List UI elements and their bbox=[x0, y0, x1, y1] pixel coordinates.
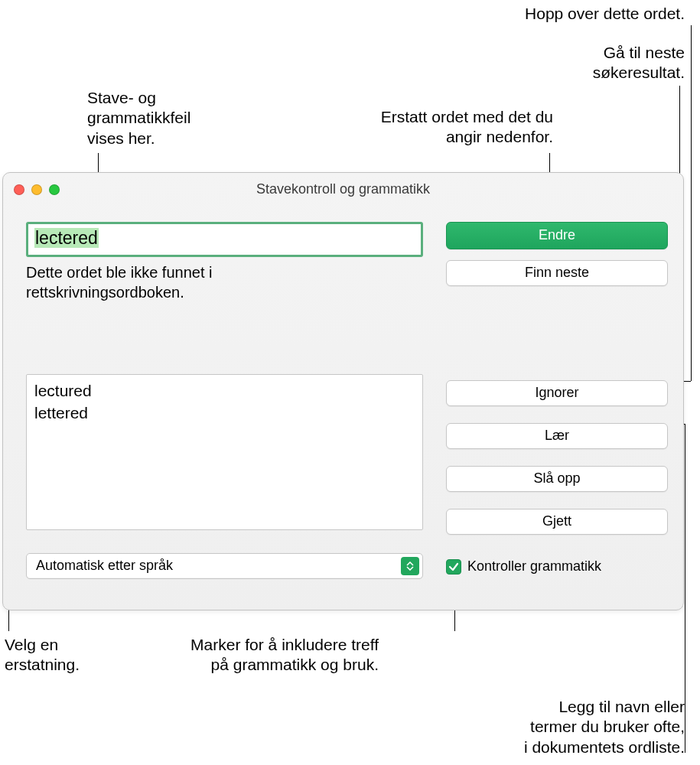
status-message: Dette ordet ble ikke funnet i rettskrivn… bbox=[26, 262, 423, 302]
find-next-button[interactable]: Finn neste bbox=[446, 260, 668, 286]
lookup-button[interactable]: Slå opp bbox=[446, 466, 668, 492]
leader bbox=[691, 25, 692, 381]
leader bbox=[685, 424, 685, 753]
suggestions-list[interactable]: lectured lettered bbox=[26, 374, 423, 530]
guess-button[interactable]: Gjett bbox=[446, 509, 668, 535]
misspelled-word: lectered bbox=[34, 228, 99, 248]
ignore-button[interactable]: Ignorer bbox=[446, 380, 668, 406]
titlebar: Stavekontroll og grammatikk bbox=[3, 173, 683, 207]
list-item[interactable]: lectured bbox=[34, 379, 415, 402]
callout-pick: Velg en erstatning. bbox=[5, 635, 80, 675]
callout-replace: Erstatt ordet med det du angir nedenfor. bbox=[381, 107, 553, 148]
misspelled-word-field[interactable]: lectered bbox=[26, 222, 423, 257]
language-select[interactable]: Automatisk etter språk bbox=[26, 553, 423, 579]
learn-button[interactable]: Lær bbox=[446, 423, 668, 449]
callout-grammar: Marker for å inkludere treff på grammati… bbox=[161, 635, 379, 675]
spellcheck-window: Stavekontroll og grammatikk lectered Det… bbox=[2, 172, 684, 610]
callout-learn: Legg til navn eller termer du bruker oft… bbox=[524, 697, 685, 757]
list-item[interactable]: lettered bbox=[34, 402, 415, 424]
window-title: Stavekontroll og grammatikk bbox=[3, 181, 683, 198]
change-button[interactable]: Endre bbox=[446, 222, 668, 249]
callout-errors: Stave- og grammatikkfeil vises her. bbox=[87, 88, 190, 148]
callout-skip: Hopp over dette ordet. bbox=[525, 4, 685, 24]
chevron-up-down-icon bbox=[401, 557, 419, 575]
language-value: Automatisk etter språk bbox=[36, 557, 173, 575]
callout-next: Gå til neste søkeresultat. bbox=[593, 43, 685, 83]
grammar-checkbox-label: Kontroller grammatikk bbox=[467, 558, 601, 575]
grammar-checkbox[interactable] bbox=[446, 559, 461, 575]
